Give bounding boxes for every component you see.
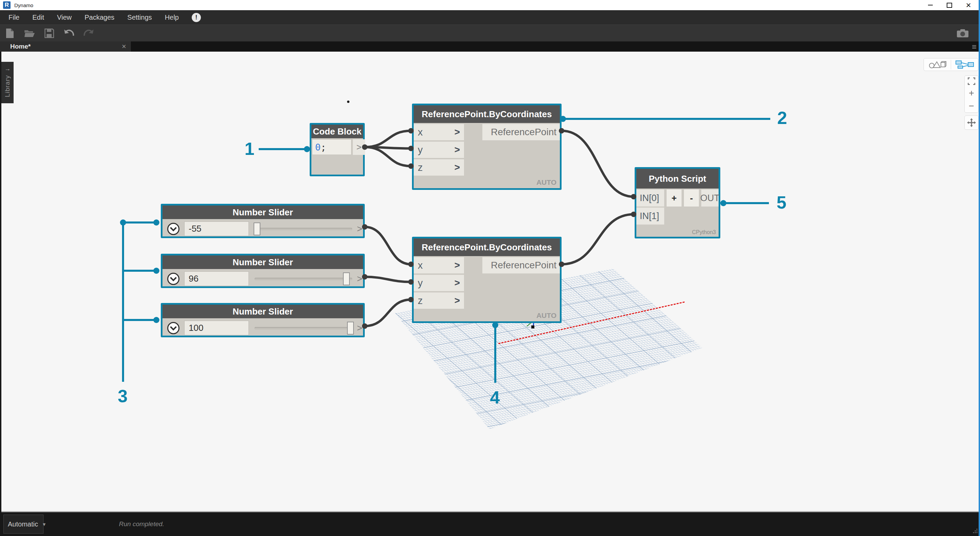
refpoint-a-port-x[interactable]: x> xyxy=(414,124,464,140)
slider1-title: Number Slider xyxy=(232,207,293,218)
slider2-value: 96 xyxy=(189,273,199,284)
node-code-block[interactable]: Code Block 0; > xyxy=(310,123,365,176)
slider1-output-port[interactable]: > xyxy=(357,224,362,235)
slider1-expander-button[interactable] xyxy=(167,223,180,235)
zoom-out-button[interactable]: − xyxy=(969,101,974,111)
resize-grip[interactable] xyxy=(972,528,978,535)
minimize-button[interactable] xyxy=(921,0,940,10)
node-refpoint-b[interactable]: ReferencePoint.ByCoordinates x> y> z> Re… xyxy=(412,237,562,323)
menu-packages[interactable]: Packages xyxy=(84,14,115,21)
code-block-output-port[interactable]: > xyxy=(353,139,365,155)
wire-codeblock-to-x[interactable] xyxy=(365,131,411,147)
refpoint-b-port-z[interactable]: z> xyxy=(414,292,464,309)
new-file-button[interactable] xyxy=(0,26,20,41)
refpoint-b-port-y[interactable]: y> xyxy=(414,275,464,291)
workspace-canvas[interactable]: → Library Code Block 0; xyxy=(0,52,980,512)
menu-help[interactable]: Help xyxy=(165,14,179,21)
node-python-script[interactable]: Python Script IN[0] IN[1] + - OUT CPytho… xyxy=(635,167,720,238)
menu-edit[interactable]: Edit xyxy=(32,14,44,21)
python-port-in1[interactable]: IN[1] xyxy=(636,208,664,225)
tab-overflow-icon[interactable]: ≡ xyxy=(972,42,977,52)
refpoint-a-port-z[interactable]: z> xyxy=(414,159,464,176)
python-add-input-button[interactable]: + xyxy=(667,190,681,206)
slider3-expander-button[interactable] xyxy=(167,322,180,334)
menu-settings[interactable]: Settings xyxy=(127,14,152,21)
wire-refpointB-to-in1[interactable] xyxy=(562,214,634,264)
wire-slider1-to-x[interactable] xyxy=(365,227,411,264)
node-number-slider-3[interactable]: Number Slider 100 > xyxy=(161,303,365,337)
lacing-badge[interactable]: AUTO xyxy=(536,178,557,187)
slider1-header[interactable]: Number Slider xyxy=(162,206,363,219)
window-accent-border xyxy=(978,0,980,536)
refpoint-b-output-port[interactable]: ReferencePoint xyxy=(482,257,560,273)
geometry-view-button[interactable] xyxy=(924,59,951,71)
refpoint-a-output-port[interactable]: ReferencePoint xyxy=(482,124,560,140)
node-refpoint-a-header[interactable]: ReferencePoint.ByCoordinates xyxy=(414,105,560,123)
zoom-out-icon: − xyxy=(969,101,974,111)
node-number-slider-1[interactable]: Number Slider -55 > xyxy=(161,204,365,238)
pan-button[interactable] xyxy=(964,116,978,130)
menu-view[interactable]: View xyxy=(57,14,72,21)
lacing-badge[interactable]: AUTO xyxy=(536,311,557,320)
node-refpoint-a[interactable]: ReferencePoint.ByCoordinates x> y> z> Re… xyxy=(412,104,562,190)
slider3-value-input[interactable]: 100 xyxy=(184,320,249,335)
menu-file[interactable]: File xyxy=(8,14,19,21)
slider3-header[interactable]: Number Slider xyxy=(162,305,363,318)
annotation-3-branch-3 xyxy=(122,319,156,321)
slider1-value-input[interactable]: -55 xyxy=(184,222,249,236)
maximize-button[interactable] xyxy=(940,0,959,10)
node-python-header[interactable]: Python Script xyxy=(636,169,719,189)
tab-bar: Home* × ≡ xyxy=(0,41,980,52)
run-mode-value: Automatic xyxy=(8,520,38,528)
slider2-value-input[interactable]: 96 xyxy=(184,271,249,286)
slider3-output-port[interactable]: > xyxy=(357,323,362,333)
annotation-3: 3 xyxy=(118,386,128,406)
wire-slider2-to-y[interactable] xyxy=(365,277,411,282)
slider3-value: 100 xyxy=(189,323,203,333)
annotation-5: 5 xyxy=(777,192,787,212)
open-file-button[interactable] xyxy=(20,26,40,41)
export-image-button[interactable] xyxy=(953,26,972,41)
output-chevron-icon: > xyxy=(357,274,362,284)
refpoint-b-port-x[interactable]: x> xyxy=(414,257,464,273)
save-button[interactable] xyxy=(40,26,59,41)
slider3-track[interactable] xyxy=(255,327,352,330)
annotation-3-spine xyxy=(122,222,124,382)
python-out-port[interactable]: OUT xyxy=(701,190,719,206)
node-number-slider-2[interactable]: Number Slider 96 > xyxy=(161,254,365,288)
refpoint-a-port-y[interactable]: y> xyxy=(414,142,464,158)
out-label: OUT xyxy=(700,193,720,203)
slider2-track[interactable] xyxy=(255,278,352,280)
tab-home-label: Home* xyxy=(10,43,30,50)
wire-codeblock-to-z[interactable] xyxy=(365,147,411,166)
tab-home[interactable]: Home* × xyxy=(0,41,131,52)
slider1-value: -55 xyxy=(189,224,202,234)
chevron-right-icon: > xyxy=(455,127,460,138)
wire-refpointA-to-in0[interactable] xyxy=(562,131,634,197)
pan-icon xyxy=(967,118,976,127)
node-refpoint-b-header[interactable]: ReferencePoint.ByCoordinates xyxy=(414,238,560,256)
slider2-header[interactable]: Number Slider xyxy=(162,255,363,269)
python-remove-input-button[interactable]: - xyxy=(684,190,699,206)
graph-view-button[interactable] xyxy=(951,59,978,71)
slider2-output-port[interactable]: > xyxy=(357,274,362,284)
close-button[interactable]: × xyxy=(959,0,978,10)
zoom-in-button[interactable]: + xyxy=(969,89,974,98)
wire-codeblock-to-y[interactable] xyxy=(365,147,411,148)
node-code-block-header[interactable]: Code Block xyxy=(311,125,363,138)
redo-button[interactable] xyxy=(79,26,99,41)
fit-view-button[interactable] xyxy=(968,78,975,85)
tab-close-icon[interactable]: × xyxy=(122,43,126,50)
notifications-icon[interactable]: ! xyxy=(192,13,201,22)
slider1-handle[interactable] xyxy=(254,222,260,235)
slider2-expander-button[interactable] xyxy=(167,273,180,285)
undo-button[interactable] xyxy=(59,26,79,41)
slider2-handle[interactable] xyxy=(343,273,350,285)
slider3-handle[interactable] xyxy=(347,322,354,335)
python-port-in0[interactable]: IN[0] xyxy=(636,190,664,206)
run-mode-dropdown[interactable]: Automatic ▾ xyxy=(3,515,43,534)
code-block-editor[interactable]: 0; xyxy=(312,139,352,155)
save-icon xyxy=(45,29,54,38)
slider1-track[interactable] xyxy=(255,228,352,230)
library-flyout-tab[interactable]: → Library xyxy=(2,62,14,103)
